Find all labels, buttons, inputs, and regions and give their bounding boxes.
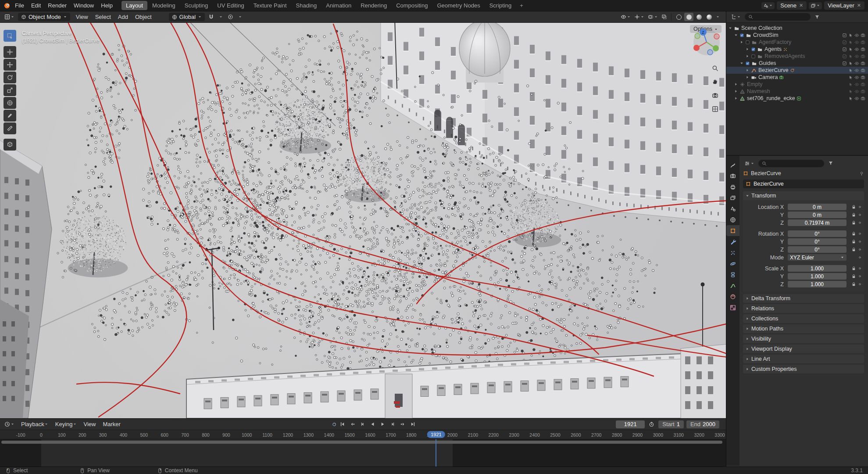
workspace-tab-geometry-nodes[interactable]: Geometry Nodes [432,1,484,10]
field-z[interactable]: 0° [788,246,847,253]
browse-viewlayer-button[interactable] [809,2,822,9]
eye-toggle-icon[interactable] [854,96,859,101]
properties-tab-world[interactable] [726,214,739,225]
auto-keying-button[interactable] [332,422,337,427]
cursor-toggle-icon[interactable] [848,33,853,38]
panel-delta-transform[interactable]: Delta Transform [743,294,864,303]
properties-tab-material[interactable] [726,291,739,302]
unlink-viewlayer-button[interactable]: ✕ [857,3,861,8]
properties-tab-render[interactable] [726,170,739,181]
outliner-row-crowdsim[interactable]: CrowdSim [726,32,868,39]
lock-icon[interactable] [851,205,856,209]
decorator-dot-icon[interactable] [857,212,862,217]
panel-custom-properties[interactable]: Custom Properties [743,365,864,373]
zoom-icon[interactable] [710,63,720,73]
viewport-3d[interactable]: Camera Perspective (1921) CrowdSim | Bez… [0,23,726,418]
frame-start-field[interactable]: Start 1 [658,420,684,428]
field-z[interactable]: 1.000 [788,281,847,287]
check-toggle-icon[interactable] [842,61,847,66]
check-toggle-icon[interactable] [842,33,847,38]
prev-frame-button[interactable] [357,420,367,429]
properties-filter-button[interactable] [827,160,835,167]
outliner-row-agents[interactable]: Agents [726,46,868,53]
tool-scale-button[interactable] [4,84,16,96]
decorator-dot-icon[interactable] [857,282,862,287]
jump-start-button[interactable] [337,420,347,429]
lock-icon[interactable] [851,274,856,279]
field-y[interactable]: 1.000 [788,273,847,280]
decorator-dot-icon[interactable] [857,274,862,279]
outliner-row-guides[interactable]: Guides [726,60,868,67]
eye-toggle-icon[interactable] [854,54,859,59]
field-mode[interactable]: XYZ Euler [788,254,847,261]
cursor-toggle-icon[interactable] [848,54,853,59]
menu-help[interactable]: Help [97,1,116,10]
outliner-search-input[interactable] [745,13,811,21]
workspace-tab-layout[interactable]: Layout [121,1,147,10]
camera-toggle-icon[interactable] [861,96,865,101]
workspace-tab-rendering[interactable]: Rendering [356,1,391,10]
menu-render[interactable]: Render [44,1,70,10]
editor-type-button[interactable] [3,13,16,21]
eye-toggle-icon[interactable] [854,61,859,66]
eye-toggle-icon[interactable] [854,40,859,45]
menu-file[interactable]: File [11,1,28,10]
current-frame-badge[interactable]: 1921 [427,431,445,438]
xray-toggle-button[interactable] [660,13,668,21]
properties-tab-view-layer[interactable] [726,192,739,203]
field-y[interactable]: 0° [788,238,847,245]
timeline-menu-keying[interactable]: Keying [52,420,80,428]
tool-cursor-button[interactable] [4,46,16,58]
tool-move-button[interactable] [4,59,16,71]
next-frame-button[interactable] [388,420,397,429]
properties-tab-scene[interactable] [726,203,739,214]
panel-relations[interactable]: Relations [743,304,864,313]
properties-tab-physics[interactable] [726,258,739,269]
decorator-dot-icon[interactable] [857,205,862,209]
viewport-menu-add[interactable]: Add [114,13,132,21]
jump-end-button[interactable] [408,420,418,429]
panel-visibility[interactable]: Visibility [743,334,864,343]
panel-viewport-display[interactable]: Viewport Display [743,345,864,353]
camera-toggle-icon[interactable] [861,89,865,94]
viewlayer-selector[interactable]: ViewLayer ✕ [824,1,864,10]
disclosure-right-icon[interactable] [734,89,738,93]
properties-tab-particles[interactable] [726,247,739,258]
tool-add-cube-button[interactable] [4,139,16,151]
decorator-dot-icon[interactable] [857,266,862,271]
transform-orientation-dropdown[interactable]: Global [169,13,205,21]
workspace-tab-modeling[interactable]: Modeling [148,1,180,10]
viewport-menu-view[interactable]: View [72,13,92,21]
tool-annotate-button[interactable] [4,110,16,122]
properties-tab-constraints[interactable] [726,269,739,280]
camera-toggle-icon[interactable] [861,61,865,66]
disclosure-right-icon[interactable] [734,96,738,101]
outliner-row-camera[interactable]: Camera [726,74,868,81]
outliner-row-beziercurve[interactable]: BezierCurve [726,67,868,74]
prev-keyframe-button[interactable] [347,420,357,429]
lock-icon[interactable] [851,282,856,287]
playhead-line[interactable] [436,439,436,467]
tool-transform-button[interactable] [4,97,16,109]
eye-toggle-icon[interactable] [854,89,859,94]
proportional-editing-button[interactable] [226,13,235,21]
eye-toggle-icon[interactable] [854,47,859,52]
cursor-toggle-icon[interactable] [848,89,853,94]
properties-tab-modifiers[interactable] [726,236,739,247]
eye-toggle-icon[interactable] [854,82,859,87]
tool-box-select-button[interactable] [4,30,16,42]
properties-editor-type-button[interactable] [743,160,756,167]
decorator-dot-icon[interactable] [857,231,862,236]
menu-edit[interactable]: Edit [28,1,44,10]
collection-checkbox[interactable] [745,61,750,66]
timeline-menu-playback[interactable]: Playback [18,420,52,428]
overlays-toggle-button[interactable] [647,13,659,21]
decorator-dot-icon[interactable] [857,255,862,260]
lock-icon[interactable] [851,231,856,236]
field-z[interactable]: 0.71974 m [788,219,847,226]
viewport-menu-object[interactable]: Object [132,13,155,21]
workspace-tab-sculpting[interactable]: Sculpting [180,1,212,10]
workspace-tab-shading[interactable]: Shading [292,1,321,10]
blender-logo-icon[interactable] [4,2,11,9]
play-reverse-button[interactable] [368,420,377,429]
